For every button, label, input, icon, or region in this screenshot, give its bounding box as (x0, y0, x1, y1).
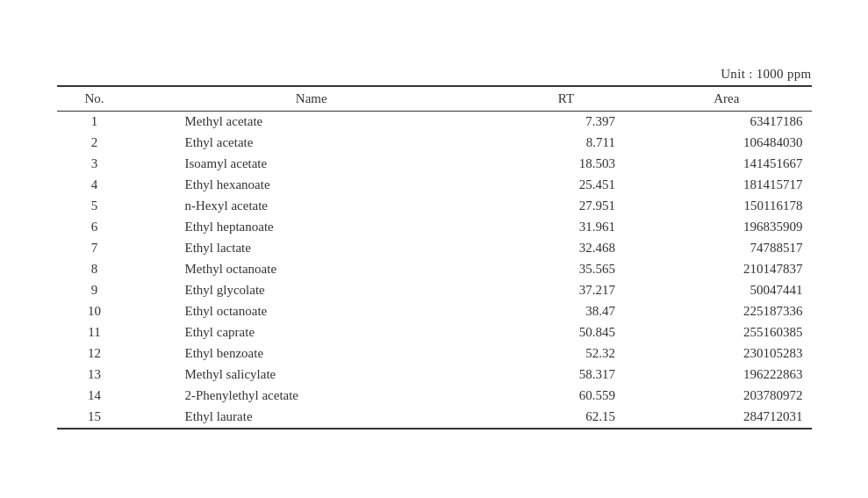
cell-name: Ethyl lactate (133, 238, 491, 259)
col-header-area: Area (642, 86, 812, 112)
cell-name: Ethyl acetate (133, 133, 491, 154)
table-row: 6Ethyl heptanoate31.961196835909 (57, 217, 812, 238)
table-row: 7Ethyl lactate32.46874788517 (57, 238, 812, 259)
cell-no: 12 (57, 343, 133, 364)
cell-name: Ethyl hexanoate (133, 175, 491, 196)
cell-no: 13 (57, 364, 133, 386)
col-header-name: Name (133, 86, 491, 112)
cell-area: 141451667 (642, 154, 812, 175)
cell-rt: 25.451 (491, 175, 642, 196)
table-row: 4Ethyl hexanoate25.451181415717 (57, 175, 812, 196)
cell-rt: 31.961 (491, 217, 642, 238)
cell-rt: 52.32 (491, 343, 642, 364)
table-row: 12Ethyl benzoate52.32230105283 (57, 343, 812, 364)
main-container: Unit : 1000 ppm No. Name RT Area 1Methyl… (57, 49, 812, 450)
cell-area: 74788517 (642, 238, 812, 259)
cell-name: Methyl acetate (133, 111, 491, 133)
col-header-rt: RT (491, 86, 642, 112)
table-row: 10Ethyl octanoate38.47225187336 (57, 301, 812, 322)
cell-area: 196835909 (642, 217, 812, 238)
cell-area: 196222863 (642, 364, 812, 386)
cell-no: 6 (57, 217, 133, 238)
cell-no: 15 (57, 407, 133, 429)
cell-no: 10 (57, 301, 133, 322)
cell-name: Ethyl caprate (133, 322, 491, 343)
cell-name: Ethyl laurate (133, 407, 491, 429)
cell-name: Methyl salicylate (133, 364, 491, 386)
cell-area: 210147837 (642, 259, 812, 280)
table-row: 11Ethyl caprate50.845255160385 (57, 322, 812, 343)
cell-area: 63417186 (642, 111, 812, 133)
table-bottom-border (57, 429, 812, 432)
cell-no: 7 (57, 238, 133, 259)
table-row: 3Isoamyl acetate18.503141451667 (57, 154, 812, 175)
cell-rt: 35.565 (491, 259, 642, 280)
table-row: 8Methyl octanoate35.565210147837 (57, 259, 812, 280)
cell-area: 225187336 (642, 301, 812, 322)
cell-area: 150116178 (642, 196, 812, 217)
cell-area: 50047441 (642, 280, 812, 301)
cell-rt: 8.711 (491, 133, 642, 154)
cell-rt: 50.845 (491, 322, 642, 343)
data-table: No. Name RT Area 1Methyl acetate7.397634… (57, 85, 812, 432)
cell-rt: 27.951 (491, 196, 642, 217)
cell-area: 203780972 (642, 386, 812, 407)
cell-rt: 38.47 (491, 301, 642, 322)
cell-rt: 37.217 (491, 280, 642, 301)
cell-area: 181415717 (642, 175, 812, 196)
cell-name: 2-Phenylethyl acetate (133, 386, 491, 407)
cell-name: Ethyl octanoate (133, 301, 491, 322)
cell-rt: 18.503 (491, 154, 642, 175)
cell-no: 14 (57, 386, 133, 407)
cell-rt: 32.468 (491, 238, 642, 259)
cell-name: Ethyl heptanoate (133, 217, 491, 238)
cell-name: Ethyl glycolate (133, 280, 491, 301)
cell-name: Isoamyl acetate (133, 154, 491, 175)
table-row: 2Ethyl acetate8.711106484030 (57, 133, 812, 154)
cell-no: 2 (57, 133, 133, 154)
table-row: 1Methyl acetate7.39763417186 (57, 111, 812, 133)
cell-name: n-Hexyl acetate (133, 196, 491, 217)
cell-area: 230105283 (642, 343, 812, 364)
cell-rt: 58.317 (491, 364, 642, 386)
cell-area: 255160385 (642, 322, 812, 343)
cell-rt: 7.397 (491, 111, 642, 133)
cell-name: Ethyl benzoate (133, 343, 491, 364)
cell-no: 8 (57, 259, 133, 280)
cell-no: 4 (57, 175, 133, 196)
table-row: 142-Phenylethyl acetate60.559203780972 (57, 386, 812, 407)
cell-no: 1 (57, 111, 133, 133)
table-row: 5n-Hexyl acetate27.951150116178 (57, 196, 812, 217)
cell-name: Methyl octanoate (133, 259, 491, 280)
unit-label: Unit : 1000 ppm (57, 67, 812, 85)
cell-area: 284712031 (642, 407, 812, 429)
cell-no: 9 (57, 280, 133, 301)
cell-rt: 60.559 (491, 386, 642, 407)
col-header-no: No. (57, 86, 133, 112)
table-row: 15Ethyl laurate62.15284712031 (57, 407, 812, 429)
cell-no: 11 (57, 322, 133, 343)
table-row: 13Methyl salicylate58.317196222863 (57, 364, 812, 386)
cell-rt: 62.15 (491, 407, 642, 429)
cell-no: 5 (57, 196, 133, 217)
cell-area: 106484030 (642, 133, 812, 154)
table-row: 9Ethyl glycolate37.21750047441 (57, 280, 812, 301)
cell-no: 3 (57, 154, 133, 175)
